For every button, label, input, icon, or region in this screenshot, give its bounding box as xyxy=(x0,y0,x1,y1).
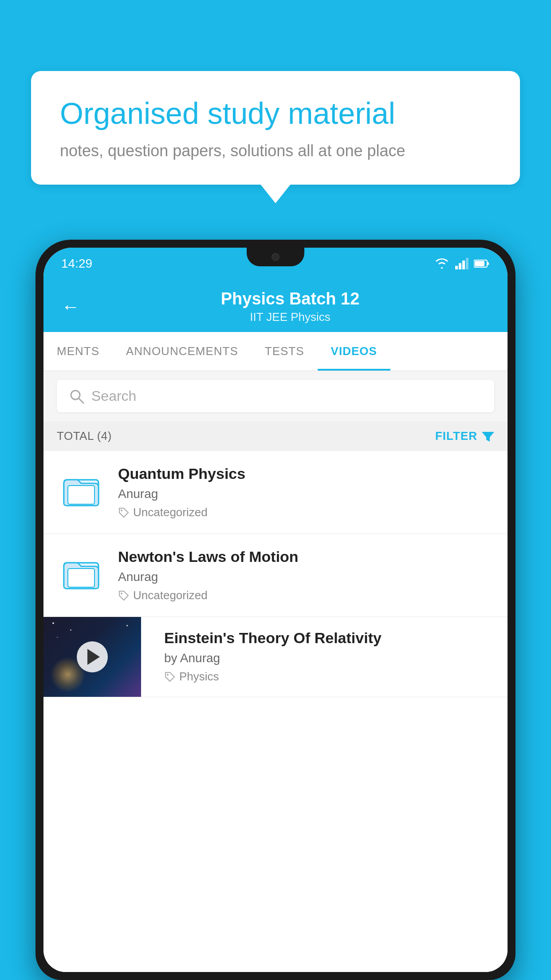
page-title: Physics Batch 12 xyxy=(91,289,490,308)
folder-thumbnail-1 xyxy=(57,465,106,514)
svg-rect-3 xyxy=(466,258,468,269)
phone-screen: 14:29 xyxy=(43,248,508,972)
signal-icon xyxy=(455,258,468,269)
list-item[interactable]: Einstein's Theory Of Relativity by Anura… xyxy=(43,617,508,697)
video-list: Quantum Physics Anurag Uncategorized xyxy=(43,451,508,972)
video-author: Anurag xyxy=(118,487,494,501)
svg-rect-1 xyxy=(459,263,461,269)
folder-icon xyxy=(62,470,101,509)
tab-tests[interactable]: TESTS xyxy=(252,332,318,371)
video-title: Newton's Laws of Motion xyxy=(118,548,494,565)
filter-bar: TOTAL (4) FILTER xyxy=(43,421,508,451)
folder-icon xyxy=(62,553,101,592)
svg-point-12 xyxy=(121,510,122,511)
video-tag-text: Uncategorized xyxy=(133,506,208,519)
phone-frame: 14:29 xyxy=(35,240,516,980)
video-info-3: Einstein's Theory Of Relativity by Anura… xyxy=(153,617,508,696)
speech-bubble-container: Organised study material notes, question… xyxy=(31,71,520,185)
video-tag: Uncategorized xyxy=(118,506,494,519)
tag-icon xyxy=(164,671,176,683)
filter-label: FILTER xyxy=(435,429,477,443)
header-title-section: Physics Batch 12 IIT JEE Physics xyxy=(91,289,490,324)
total-count: TOTAL (4) xyxy=(57,429,112,443)
video-tag: Physics xyxy=(164,670,497,684)
tag-icon xyxy=(118,507,130,518)
list-item[interactable]: Newton's Laws of Motion Anurag Uncategor… xyxy=(43,534,508,617)
speech-bubble: Organised study material notes, question… xyxy=(31,71,520,185)
status-time: 14:29 xyxy=(61,257,92,271)
svg-rect-6 xyxy=(475,261,484,266)
video-tag: Uncategorized xyxy=(118,589,494,602)
phone-notch xyxy=(247,248,304,266)
search-bar: Search xyxy=(43,371,508,421)
svg-marker-9 xyxy=(482,432,494,442)
tab-announcements[interactable]: ANNOUNCEMENTS xyxy=(113,332,252,371)
folder-thumbnail-2 xyxy=(57,548,106,597)
svg-rect-14 xyxy=(68,569,94,587)
status-icons xyxy=(434,258,490,269)
video-thumbnail-3 xyxy=(43,617,141,697)
app-header: ← Physics Batch 12 IIT JEE Physics xyxy=(43,280,508,332)
video-title: Einstein's Theory Of Relativity xyxy=(164,629,497,647)
wifi-icon xyxy=(434,258,450,269)
battery-icon xyxy=(474,259,490,268)
status-bar: 14:29 xyxy=(43,248,508,280)
svg-rect-11 xyxy=(68,486,94,504)
video-author: Anurag xyxy=(118,570,494,584)
svg-rect-0 xyxy=(455,266,458,269)
video-title: Quantum Physics xyxy=(118,465,494,482)
search-input-wrap[interactable]: Search xyxy=(57,380,494,412)
svg-line-8 xyxy=(79,399,83,403)
search-icon xyxy=(69,389,84,404)
camera-icon xyxy=(272,253,279,261)
svg-point-15 xyxy=(121,593,122,594)
play-button[interactable] xyxy=(77,641,108,672)
video-author: by Anurag xyxy=(164,651,497,665)
tab-ments[interactable]: MENTS xyxy=(43,332,113,371)
back-button[interactable]: ← xyxy=(61,296,80,317)
screen-content: ← Physics Batch 12 IIT JEE Physics MENTS… xyxy=(43,280,508,972)
filter-icon xyxy=(482,430,494,443)
svg-rect-2 xyxy=(462,261,465,269)
video-info-2: Newton's Laws of Motion Anurag Uncategor… xyxy=(118,548,494,602)
play-triangle-icon xyxy=(87,649,100,665)
filter-button[interactable]: FILTER xyxy=(435,429,494,443)
tab-videos[interactable]: VIDEOS xyxy=(318,332,390,371)
search-placeholder: Search xyxy=(91,388,136,404)
page-subtitle: IIT JEE Physics xyxy=(91,310,490,324)
video-info-1: Quantum Physics Anurag Uncategorized xyxy=(118,465,494,519)
speech-bubble-subtext: notes, question papers, solutions all at… xyxy=(60,142,491,160)
speech-bubble-headline: Organised study material xyxy=(60,95,491,132)
list-item[interactable]: Quantum Physics Anurag Uncategorized xyxy=(43,451,508,534)
svg-point-16 xyxy=(167,674,169,676)
video-tag-text: Uncategorized xyxy=(133,589,208,602)
tabs-bar: MENTS ANNOUNCEMENTS TESTS VIDEOS xyxy=(43,332,508,371)
tag-icon xyxy=(118,590,130,601)
svg-rect-5 xyxy=(487,262,489,265)
video-tag-text: Physics xyxy=(179,670,219,684)
